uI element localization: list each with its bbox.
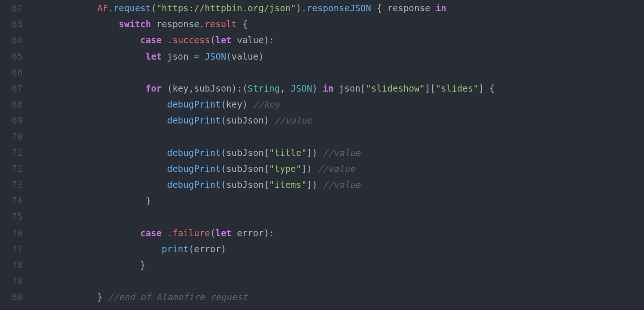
code-token: String (248, 83, 280, 93)
code-token (33, 51, 146, 62)
code-token: json (162, 51, 194, 62)
code-token: debugPrint (167, 115, 221, 125)
code-token: } (33, 195, 151, 206)
code-token (33, 244, 162, 254)
code-token (33, 276, 38, 286)
code-token: { response (371, 3, 436, 13)
code-token: let (215, 228, 231, 238)
code-token: { (237, 19, 248, 29)
code-token: //value (275, 115, 312, 125)
code-line[interactable]: } //end of Alamofire request (33, 289, 644, 305)
line-number: 80 (0, 289, 23, 305)
code-line[interactable]: case .success(let value): (33, 32, 644, 48)
code-content[interactable]: AF.request("https://httpbin.org/json").r… (33, 0, 644, 310)
line-number: 73 (0, 177, 23, 193)
code-token (33, 3, 97, 13)
code-token: value): (231, 35, 275, 45)
line-number: 79 (0, 273, 23, 289)
code-token: AF (97, 3, 108, 13)
code-token: . (108, 3, 113, 13)
code-token: = (194, 51, 199, 62)
code-token: (value) (226, 51, 264, 62)
code-token: request (114, 3, 151, 13)
code-line[interactable]: debugPrint(subJson["items"]) //value (33, 177, 644, 193)
code-token (199, 51, 205, 62)
code-line[interactable]: debugPrint(subJson) //value (33, 112, 644, 128)
code-token: "type" (269, 163, 301, 174)
code-token: "items" (269, 179, 307, 190)
code-token: error): (231, 228, 275, 238)
code-token: "title" (269, 147, 307, 158)
code-line[interactable] (33, 273, 644, 289)
line-number: 78 (0, 257, 23, 273)
code-token: (subJson[ (221, 179, 269, 190)
code-token: ( (210, 35, 215, 45)
code-token: (key) (221, 99, 253, 109)
code-line[interactable]: debugPrint(subJson["title"]) //value (33, 145, 644, 161)
code-token (33, 228, 140, 238)
code-token (33, 83, 146, 93)
code-token: in (436, 3, 446, 13)
code-token: //key (253, 99, 280, 109)
code-token: . (162, 35, 173, 45)
code-token: let (215, 35, 231, 45)
code-token (33, 163, 167, 174)
code-token: debugPrint (167, 99, 221, 109)
code-line[interactable] (33, 64, 644, 80)
code-line[interactable]: debugPrint(subJson["type"]) //value (33, 161, 644, 177)
code-token (33, 211, 38, 222)
code-line[interactable]: } (33, 193, 644, 209)
code-token: //value (317, 163, 355, 174)
code-token: responseJSON (307, 3, 371, 13)
line-number: 63 (0, 16, 23, 32)
code-line[interactable]: let json = JSON(value) (33, 48, 644, 64)
code-token: JSON (205, 51, 226, 62)
code-token: ][ (425, 83, 436, 93)
code-token: ] { (479, 83, 495, 93)
code-token: for (146, 83, 161, 93)
code-token: (key,subJson):( (162, 83, 248, 93)
code-token: ]) (307, 147, 322, 158)
code-token: failure (172, 228, 210, 238)
line-number: 69 (0, 112, 23, 128)
line-number: 76 (0, 225, 23, 241)
code-token: response. (151, 19, 205, 29)
code-line[interactable]: for (key,subJson):(String, JSON) in json… (33, 80, 644, 96)
code-token: ]) (301, 163, 317, 174)
code-token: } (33, 260, 146, 270)
line-number: 67 (0, 80, 23, 96)
code-token: } (33, 292, 108, 302)
code-token: (subJson[ (221, 163, 269, 174)
code-token (33, 35, 140, 45)
code-line[interactable]: } (33, 257, 644, 273)
code-token (33, 132, 38, 142)
code-line[interactable] (33, 129, 644, 145)
code-token: case (140, 35, 162, 45)
code-token: ]) (307, 179, 322, 190)
code-token: debugPrint (167, 147, 221, 158)
code-line[interactable]: switch response.result { (33, 16, 644, 32)
code-editor[interactable]: 62636465666768697071727374757677787980 A… (0, 0, 644, 310)
code-line[interactable]: debugPrint(key) //key (33, 96, 644, 112)
line-number: 74 (0, 193, 23, 209)
code-line[interactable]: print(error) (33, 241, 644, 257)
code-token (33, 115, 167, 125)
code-token: //value (323, 147, 360, 158)
code-line[interactable] (33, 209, 644, 225)
code-token: . (162, 228, 173, 238)
code-token: case (140, 228, 162, 238)
code-token: let (146, 51, 161, 62)
code-line[interactable]: AF.request("https://httpbin.org/json").r… (33, 0, 644, 16)
code-token: (subJson) (221, 115, 274, 125)
code-token: , (280, 83, 291, 93)
line-number: 64 (0, 32, 23, 48)
code-token: "slides" (436, 83, 479, 93)
line-number: 68 (0, 96, 23, 112)
code-token: (subJson[ (221, 147, 269, 158)
code-token: debugPrint (167, 179, 221, 190)
code-line[interactable]: case .failure(let error): (33, 225, 644, 241)
code-token: ). (296, 3, 307, 13)
code-token (33, 147, 167, 158)
code-token (33, 67, 38, 78)
code-token: in (323, 83, 334, 93)
